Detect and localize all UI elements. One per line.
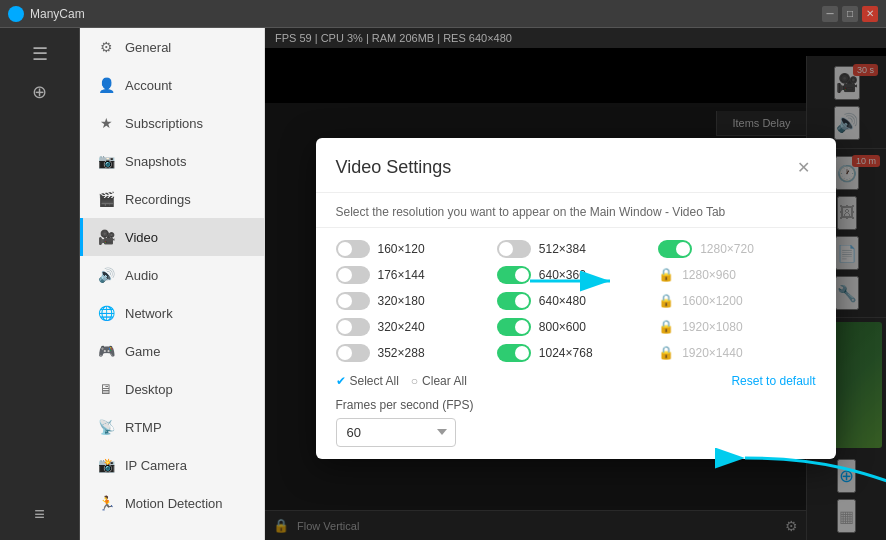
toggle-800x600[interactable] bbox=[497, 318, 531, 336]
video-icon: 🎥 bbox=[97, 228, 115, 246]
sidebar-icon-bottom[interactable]: ≡ bbox=[0, 496, 79, 532]
sidebar-item-audio[interactable]: 🔊 Audio bbox=[80, 256, 264, 294]
nav-panel: ⚙ General 👤 Account ★ Subscriptions 📷 Sn… bbox=[80, 28, 265, 540]
clear-all-button[interactable]: ○ Clear All bbox=[411, 374, 467, 388]
resolution-item-14: 🔒 1920×1440 bbox=[658, 344, 815, 362]
minimize-button[interactable]: ─ bbox=[822, 6, 838, 22]
sidebar-item-label-general: General bbox=[125, 40, 171, 55]
lock-icon-11: 🔒 bbox=[658, 319, 674, 334]
modal-title: Video Settings bbox=[336, 157, 452, 178]
resolution-item-3: 176×144 bbox=[336, 266, 493, 284]
lock-icon-14: 🔒 bbox=[658, 345, 674, 360]
resolution-item-10: 800×600 bbox=[497, 318, 654, 336]
sidebar-item-label-video: Video bbox=[125, 230, 158, 245]
resolution-item-5: 🔒 1280×960 bbox=[658, 266, 815, 284]
resolution-label-12: 352×288 bbox=[378, 346, 425, 360]
resolution-item-7: 640×480 bbox=[497, 292, 654, 310]
resolution-item-6: 320×180 bbox=[336, 292, 493, 310]
sidebar-item-video[interactable]: 🎥 Video bbox=[80, 218, 264, 256]
resolution-label-9: 320×240 bbox=[378, 320, 425, 334]
resolution-item-1: 512×384 bbox=[497, 240, 654, 258]
resolution-item-0: 160×120 bbox=[336, 240, 493, 258]
resolution-label-8: 1600×1200 bbox=[682, 294, 742, 308]
close-button[interactable]: ✕ bbox=[862, 6, 878, 22]
fps-section: Frames per second (FPS) 15 20 24 25 30 6… bbox=[336, 398, 816, 447]
sidebar-item-ipcamera[interactable]: 📸 IP Camera bbox=[80, 446, 264, 484]
content-area: FPS 59 | CPU 3% | RAM 206MB | RES 640×48… bbox=[265, 28, 886, 540]
resolution-label-14: 1920×1440 bbox=[682, 346, 742, 360]
resolution-item-2: 1280×720 bbox=[658, 240, 815, 258]
toggle-320x240[interactable] bbox=[336, 318, 370, 336]
sidebar-icon-2[interactable]: ⊕ bbox=[0, 74, 79, 110]
sidebar-item-rtmp[interactable]: 📡 RTMP bbox=[80, 408, 264, 446]
left-sidebar: ☰ ⊕ ≡ bbox=[0, 28, 80, 540]
sidebar-item-label-recordings: Recordings bbox=[125, 192, 191, 207]
toggle-512x384[interactable] bbox=[497, 240, 531, 258]
stats-bar: FPS 59 | CPU 3% | RAM 206MB | RES 640×48… bbox=[265, 28, 886, 48]
sidebar-item-network[interactable]: 🌐 Network bbox=[80, 294, 264, 332]
ipcamera-icon: 📸 bbox=[97, 456, 115, 474]
account-icon: 👤 bbox=[97, 76, 115, 94]
select-all-button[interactable]: ✔ Select All bbox=[336, 374, 399, 388]
resolution-item-9: 320×240 bbox=[336, 318, 493, 336]
sidebar-item-recordings[interactable]: 🎬 Recordings bbox=[80, 180, 264, 218]
main-layout: ☰ ⊕ ≡ ⚙ General 👤 Account ★ Subscription… bbox=[0, 28, 886, 540]
desktop-icon: 🖥 bbox=[97, 380, 115, 398]
resolution-item-12: 352×288 bbox=[336, 344, 493, 362]
maximize-button[interactable]: □ bbox=[842, 6, 858, 22]
selection-buttons: ✔ Select All ○ Clear All bbox=[336, 374, 467, 388]
selection-row: ✔ Select All ○ Clear All Reset to defaul… bbox=[336, 374, 816, 388]
sidebar-icon-1[interactable]: ☰ bbox=[0, 36, 79, 72]
resolution-label-2: 1280×720 bbox=[700, 242, 754, 256]
resolution-label-6: 320×180 bbox=[378, 294, 425, 308]
resolution-item-13: 1024×768 bbox=[497, 344, 654, 362]
toggle-640x360[interactable] bbox=[497, 266, 531, 284]
resolution-label-10: 800×600 bbox=[539, 320, 586, 334]
app-title: ManyCam bbox=[30, 7, 85, 21]
sidebar-item-label-rtmp: RTMP bbox=[125, 420, 162, 435]
resolution-grid: 160×120 512×384 1280×720 bbox=[336, 240, 816, 362]
sidebar-item-general[interactable]: ⚙ General bbox=[80, 28, 264, 66]
rtmp-icon: 📡 bbox=[97, 418, 115, 436]
resolution-item-8: 🔒 1600×1200 bbox=[658, 292, 815, 310]
resolution-label-7: 640×480 bbox=[539, 294, 586, 308]
sidebar-item-label-game: Game bbox=[125, 344, 160, 359]
sidebar-item-game[interactable]: 🎮 Game bbox=[80, 332, 264, 370]
lock-icon-5: 🔒 bbox=[658, 267, 674, 282]
resolution-item-11: 🔒 1920×1080 bbox=[658, 318, 815, 336]
resolution-label-5: 1280×960 bbox=[682, 268, 736, 282]
toggle-176x144[interactable] bbox=[336, 266, 370, 284]
modal-header: Video Settings ✕ bbox=[316, 138, 836, 193]
modal-close-button[interactable]: ✕ bbox=[792, 156, 816, 180]
sidebar-item-subscriptions[interactable]: ★ Subscriptions bbox=[80, 104, 264, 142]
sidebar-item-label-motiondetection: Motion Detection bbox=[125, 496, 223, 511]
sidebar-item-label-subscriptions: Subscriptions bbox=[125, 116, 203, 131]
network-icon: 🌐 bbox=[97, 304, 115, 322]
window-controls: ─ □ ✕ bbox=[822, 6, 878, 22]
subscriptions-icon: ★ bbox=[97, 114, 115, 132]
sidebar-item-snapshots[interactable]: 📷 Snapshots bbox=[80, 142, 264, 180]
toggle-1024x768[interactable] bbox=[497, 344, 531, 362]
check-icon: ✔ bbox=[336, 374, 346, 388]
video-settings-modal: Video Settings ✕ Select the resolution y… bbox=[316, 138, 836, 459]
sidebar-item-account[interactable]: 👤 Account bbox=[80, 66, 264, 104]
recordings-icon: 🎬 bbox=[97, 190, 115, 208]
sidebar-item-motiondetection[interactable]: 🏃 Motion Detection bbox=[80, 484, 264, 522]
stats-text: FPS 59 | CPU 3% | RAM 206MB | RES 640×48… bbox=[275, 32, 512, 44]
toggle-640x480[interactable] bbox=[497, 292, 531, 310]
toggle-320x180[interactable] bbox=[336, 292, 370, 310]
sidebar-item-label-network: Network bbox=[125, 306, 173, 321]
resolution-label-4: 640×360 bbox=[539, 268, 586, 282]
resolution-label-1: 512×384 bbox=[539, 242, 586, 256]
reset-to-default-button[interactable]: Reset to default bbox=[731, 374, 815, 388]
toggle-160x120[interactable] bbox=[336, 240, 370, 258]
general-icon: ⚙ bbox=[97, 38, 115, 56]
modal-body: 160×120 512×384 1280×720 bbox=[316, 228, 836, 459]
title-bar-left: ManyCam bbox=[8, 6, 85, 22]
snapshots-icon: 📷 bbox=[97, 152, 115, 170]
toggle-352x288[interactable] bbox=[336, 344, 370, 362]
toggle-1280x720[interactable] bbox=[658, 240, 692, 258]
sidebar-item-desktop[interactable]: 🖥 Desktop bbox=[80, 370, 264, 408]
fps-select[interactable]: 15 20 24 25 30 60 bbox=[336, 418, 456, 447]
lock-icon-8: 🔒 bbox=[658, 293, 674, 308]
